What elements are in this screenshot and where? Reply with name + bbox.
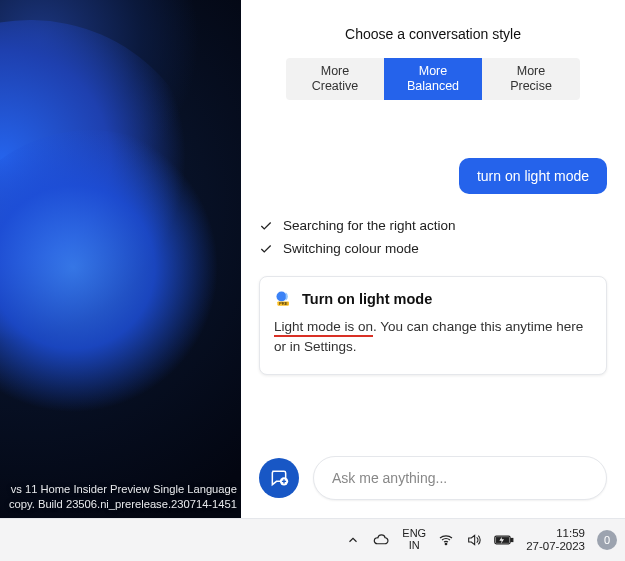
composer [259,456,607,500]
clock-tray[interactable]: 11:59 27-07-2023 [526,527,585,553]
desktop-wallpaper: vs 11 Home Insider Preview Single Langua… [0,0,241,518]
windows-watermark: vs 11 Home Insider Preview Single Langua… [9,482,237,512]
notification-badge[interactable]: 0 [597,530,617,550]
chat-body: turn on light mode Searching for the rig… [241,100,625,518]
check-icon [259,242,273,256]
taskbar: ENG IN 11:59 27-07-2023 0 [0,518,625,561]
notification-count: 0 [604,534,610,546]
battery-tray[interactable] [494,533,514,547]
date-text: 27-07-2023 [526,540,585,553]
watermark-line2: copy. Build 23506.ni_prerelease.230714-1… [9,497,237,512]
card-title: Turn on light mode [302,291,432,307]
onedrive-tray[interactable] [372,531,390,549]
ask-input[interactable] [313,456,607,500]
svg-text:PRE: PRE [279,301,288,306]
style-more-precise[interactable]: More Precise [482,58,580,100]
cloud-icon [372,531,390,549]
tray-overflow-button[interactable] [346,533,360,547]
user-message: turn on light mode [459,158,607,194]
language-indicator[interactable]: ENG IN [402,528,426,551]
style-more-balanced[interactable]: More Balanced [384,58,482,100]
wifi-tray[interactable] [438,532,454,548]
style-label: More [419,64,447,79]
speaker-icon [466,532,482,548]
lang-bottom: IN [409,540,420,552]
style-label: More [321,64,349,79]
chat-plus-icon [269,468,289,488]
style-label: More [517,64,545,79]
check-icon [259,219,273,233]
user-message-text: turn on light mode [477,168,589,184]
svg-point-4 [445,543,447,545]
wifi-icon [438,532,454,548]
battery-icon [494,533,514,547]
progress-text: Switching colour mode [283,241,419,256]
volume-tray[interactable] [466,532,482,548]
chevron-up-icon [346,533,360,547]
response-card: PRE Turn on light mode Light mode is on.… [259,276,607,375]
time-text: 11:59 [556,527,585,540]
settings-preview-icon: PRE [274,289,294,309]
new-topic-button[interactable] [259,458,299,498]
watermark-line1: vs 11 Home Insider Preview Single Langua… [9,482,237,497]
conversation-style-group: More Creative More Balanced More Precise [241,58,625,100]
progress-list: Searching for the right action Switching… [259,218,456,264]
copilot-panel: Choose a conversation style More Creativ… [241,0,625,518]
style-label: Balanced [407,79,459,94]
svg-rect-6 [511,538,513,541]
style-more-creative[interactable]: More Creative [286,58,384,100]
card-body: Light mode is on. You can change this an… [274,317,592,358]
card-emphasis: Light mode is on [274,319,373,337]
panel-title: Choose a conversation style [241,0,625,42]
style-label: Precise [510,79,552,94]
svg-point-0 [277,292,287,302]
progress-text: Searching for the right action [283,218,456,233]
progress-item: Searching for the right action [259,218,456,233]
progress-item: Switching colour mode [259,241,456,256]
style-label: Creative [312,79,359,94]
